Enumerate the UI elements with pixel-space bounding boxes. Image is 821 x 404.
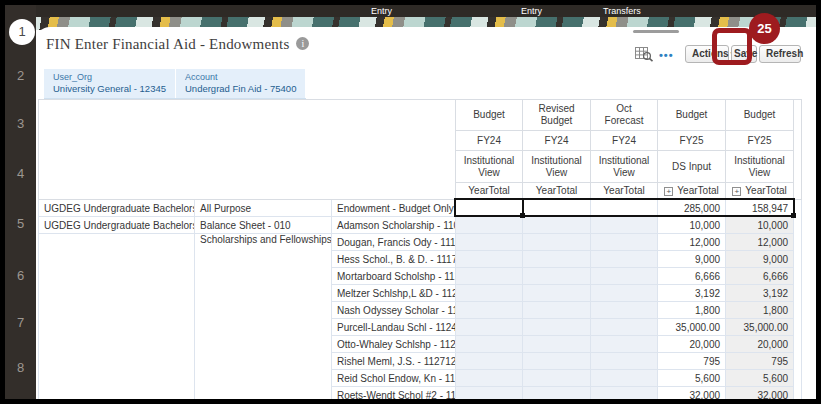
data-cell[interactable]: 3,192 (726, 285, 794, 302)
data-cell[interactable]: 20,000 (658, 336, 726, 353)
data-cell[interactable] (591, 370, 658, 387)
nav-tab-entry-2[interactable]: Entry (521, 5, 542, 17)
nav-tab-entry-1[interactable]: Entry (371, 5, 392, 17)
data-cell[interactable]: 35,000.00 (726, 319, 794, 336)
data-cell[interactable] (523, 319, 591, 336)
data-cell[interactable] (523, 251, 591, 268)
sidebar-tab-1-selected[interactable]: 1 (9, 19, 35, 45)
data-cell[interactable]: 10,000 (726, 217, 794, 234)
data-cell[interactable] (591, 200, 658, 217)
data-cell[interactable] (591, 353, 658, 370)
sidebar-tab-5[interactable]: 5 (5, 216, 36, 231)
data-cell[interactable] (456, 302, 523, 319)
data-cell[interactable] (456, 336, 523, 353)
data-cell[interactable]: 158,947 (726, 200, 794, 217)
nav-tab-transfers[interactable]: Transfers (603, 5, 641, 17)
data-cell[interactable]: 20,000 (726, 336, 794, 353)
data-cell[interactable] (523, 302, 591, 319)
data-cell[interactable]: 12,000 (726, 234, 794, 251)
data-cell[interactable] (456, 285, 523, 302)
data-cell[interactable] (591, 268, 658, 285)
data-cell[interactable]: 6,666 (726, 268, 794, 285)
data-cell[interactable] (523, 234, 591, 251)
row-header-account[interactable]: Mortarboard Scholshp - 112278 (332, 268, 456, 285)
data-cell[interactable] (523, 370, 591, 387)
column-header-measure[interactable]: Budget (456, 100, 523, 131)
refresh-button[interactable]: Refresh (759, 45, 801, 63)
row-header-account[interactable]: Reid Schol Endow, Kn - 112737 (332, 370, 456, 387)
data-cell[interactable] (591, 234, 658, 251)
data-cell[interactable] (591, 217, 658, 234)
row-header-account[interactable]: Meltzer Schlshp,L &D - 112280 (332, 285, 456, 302)
column-header-view[interactable]: Institutional View (523, 151, 591, 183)
data-cell[interactable]: 9,000 (726, 251, 794, 268)
data-cell[interactable] (523, 200, 591, 217)
info-icon[interactable]: i (296, 37, 309, 50)
save-button[interactable]: Save (731, 45, 757, 63)
pov-account[interactable]: Account Undergrad Fin Aid - 75400 (176, 69, 306, 98)
row-header-category[interactable]: All Purpose (195, 200, 332, 217)
data-cell[interactable]: 5,600 (726, 370, 794, 387)
data-cell[interactable] (591, 319, 658, 336)
column-header-year[interactable]: FY24 (523, 131, 591, 151)
data-cell[interactable] (456, 353, 523, 370)
column-header-period-expandable[interactable]: +YearTotal (658, 183, 726, 200)
row-header-account[interactable]: Roets-Wendt Schol #2 - 112750 (332, 387, 456, 404)
column-header-year[interactable]: FY25 (658, 131, 726, 151)
data-cell[interactable] (456, 200, 523, 217)
data-cell[interactable] (523, 353, 591, 370)
sidebar-tab-4[interactable]: 4 (5, 166, 36, 181)
column-header-period[interactable]: YearTotal (523, 183, 591, 200)
data-cell[interactable] (523, 285, 591, 302)
data-cell[interactable]: 32,000 (658, 387, 726, 404)
column-header-measure[interactable]: Revised Budget (523, 100, 591, 131)
data-cell[interactable] (456, 234, 523, 251)
data-cell[interactable]: 285,000 (658, 200, 726, 217)
pov-member-link[interactable]: University General - 12345 (53, 83, 166, 95)
data-cell[interactable]: 1,800 (658, 302, 726, 319)
column-header-year[interactable]: FY24 (591, 131, 658, 151)
column-header-year[interactable]: FY24 (456, 131, 523, 151)
data-cell[interactable] (591, 285, 658, 302)
data-cell[interactable]: 12,000 (658, 234, 726, 251)
data-cell[interactable] (591, 387, 658, 404)
data-cell[interactable]: 795 (658, 353, 726, 370)
data-cell[interactable]: 1,800 (726, 302, 794, 319)
data-cell[interactable]: 32,000 (726, 387, 794, 404)
data-cell[interactable] (591, 251, 658, 268)
data-cell[interactable] (456, 268, 523, 285)
sidebar-tab-8[interactable]: 8 (5, 360, 36, 375)
column-header-period[interactable]: YearTotal (591, 183, 658, 200)
data-cell[interactable]: 9,000 (658, 251, 726, 268)
data-cell[interactable]: 5,600 (658, 370, 726, 387)
column-header-view[interactable]: DS Input (658, 151, 726, 183)
column-header-measure[interactable]: Budget (658, 100, 726, 131)
data-cell[interactable] (456, 370, 523, 387)
row-header-org[interactable] (39, 234, 195, 404)
expand-icon[interactable]: + (664, 187, 673, 196)
data-cell[interactable]: 795 (726, 353, 794, 370)
data-cell[interactable]: 3,192 (658, 285, 726, 302)
sidebar-tab-2[interactable]: 2 (5, 68, 36, 83)
column-header-measure[interactable]: Oct Forecast (591, 100, 658, 131)
more-options-ellipsis[interactable]: ••• (659, 49, 674, 61)
data-cell[interactable] (523, 387, 591, 404)
column-header-view[interactable]: Institutional View (591, 151, 658, 183)
column-header-period-expandable[interactable]: +YearTotal (726, 183, 794, 200)
column-header-view[interactable]: Institutional View (456, 151, 523, 183)
data-cell[interactable] (456, 387, 523, 404)
row-header-category[interactable]: Scholarships and Fellowships - 650 (195, 234, 332, 404)
row-header-category[interactable]: Balance Sheet - 010 (195, 217, 332, 234)
row-header-account[interactable]: Adamson Scholarship - 110009 (332, 217, 456, 234)
data-cell[interactable] (523, 217, 591, 234)
sidebar-tab-7[interactable]: 7 (5, 315, 36, 330)
data-cell[interactable] (456, 319, 523, 336)
data-cell[interactable] (523, 336, 591, 353)
data-cell[interactable]: 35,000.00 (658, 319, 726, 336)
row-header-account[interactable]: Nash Odyssey Scholar - 112415 (332, 302, 456, 319)
row-header-account[interactable]: Rishel Meml, J.S. - 112712 (332, 353, 456, 370)
column-header-period[interactable]: YearTotal (456, 183, 523, 200)
row-header-account[interactable]: Dougan, Francis Ody - 111262 (332, 234, 456, 251)
row-header-account[interactable]: Purcell-Landau Schl - 112495 (332, 319, 456, 336)
sidebar-tab-6[interactable]: 6 (5, 268, 36, 283)
